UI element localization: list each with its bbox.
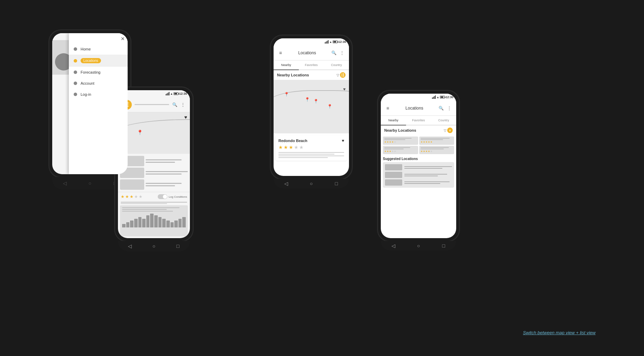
map-icon [341, 73, 344, 77]
suggested-thumb [385, 179, 402, 186]
more-icon[interactable]: ⋮ [180, 102, 186, 107]
card-heart-icon[interactable]: ♥ [342, 138, 344, 143]
phone4-suggested-section: Suggested Locations [381, 156, 456, 189]
s5: ★ [430, 150, 432, 153]
content-line [278, 152, 344, 153]
bar-chart [122, 214, 186, 227]
s4: ★ [392, 141, 394, 143]
phone2-cards-list [118, 154, 190, 192]
suggested-lines [404, 166, 452, 169]
drawer-item-home[interactable]: Home [69, 44, 128, 55]
phone4-status-bar: ▲ 12:30 [381, 94, 456, 101]
hamburger-icon[interactable]: ≡ [278, 50, 283, 56]
card-line [146, 183, 182, 184]
battery-icon [333, 40, 338, 43]
toggle-area: Log Conditions [158, 194, 187, 199]
more-icon[interactable]: ⋮ [339, 50, 345, 56]
search-icon[interactable]: 🔍 [438, 105, 444, 111]
s4: ★ [428, 150, 430, 153]
card-row-1 [120, 156, 188, 166]
tab-nearby[interactable]: Nearby [381, 116, 406, 125]
card-row-3 [120, 179, 188, 190]
list-item-1[interactable]: ★ ★ ★ ★ ★ [383, 137, 418, 145]
log-toggle[interactable] [158, 194, 167, 199]
star-2: ★ [125, 194, 129, 199]
drawer-item-account[interactable]: Account [69, 78, 128, 89]
drawer-item-locations[interactable]: Locations [69, 55, 128, 67]
wifi-icon: ▲ [170, 92, 173, 95]
card-content [278, 152, 344, 158]
star-5: ★ [299, 144, 304, 150]
more-icon[interactable]: ⋮ [447, 105, 452, 111]
rating-stars: ★ ★ ★ ★ ★ [121, 194, 142, 199]
phone3-location-card[interactable]: Redondo Beach ♥ ★ ★ ★ ★ ★ [276, 135, 347, 161]
map-pin: 📍 [137, 130, 143, 135]
filter-badge[interactable]: ▽ 8 [444, 128, 453, 133]
svg-rect-0 [341, 74, 344, 76]
s2: ★ [387, 141, 389, 143]
nav-home-icon[interactable]: ○ [415, 243, 422, 249]
phone4-app-bar: ≡ Locations 🔍 ⋮ [381, 101, 456, 116]
suggested-card [383, 162, 454, 188]
drawer-label-account: Account [81, 81, 94, 85]
bar [138, 217, 142, 227]
nav-home-icon[interactable]: ○ [308, 180, 314, 187]
nav-recent-icon[interactable]: □ [441, 243, 447, 249]
suggested-row-1 [385, 164, 452, 170]
phone3-time: 12:30 [338, 40, 346, 44]
tab-favorites[interactable]: Favorites [299, 60, 324, 69]
suggested-thumb [385, 172, 402, 178]
nav-recent-icon[interactable]: □ [175, 243, 181, 249]
content-line [278, 157, 328, 158]
nav-back-icon[interactable]: ◁ [62, 180, 68, 186]
filter-badge[interactable]: ▽ [337, 72, 346, 78]
star-1: ★ [121, 194, 125, 199]
phone3-section-header: Nearby Locations ▽ [274, 70, 349, 80]
s1: ★ [421, 150, 423, 153]
bar [162, 219, 166, 227]
rating-line [121, 202, 187, 203]
annotation-label: Switch between map view + list view [523, 330, 596, 335]
bar [158, 217, 162, 227]
nav-back-icon[interactable]: ◁ [390, 243, 396, 249]
suggested-row-3 [385, 179, 452, 186]
list-item-4[interactable]: ★ ★ ★ ★ ★ [419, 146, 454, 154]
annotation-text: Switch between map view + list view [523, 330, 596, 335]
drawer-overlay[interactable]: ✕ Home Locations Forecasting [69, 33, 128, 174]
s2: ★ [423, 141, 425, 143]
tab-country[interactable]: Country [324, 60, 349, 69]
signal-icon [432, 95, 436, 99]
suggested-line [404, 183, 440, 184]
list-item-3[interactable]: ★ ★ ★ ★ ★ [383, 146, 418, 154]
bar [178, 219, 182, 227]
nav-recent-icon[interactable]: □ [333, 180, 340, 187]
phone2-app-bar: 🔍 ⋮ [118, 97, 190, 112]
nav-home-icon[interactable]: ○ [151, 243, 157, 249]
battery-icon [440, 96, 445, 99]
map-pin-3: 📍 [313, 99, 319, 104]
search-icon[interactable]: 🔍 [172, 102, 177, 107]
nav-back-icon[interactable]: ◁ [283, 180, 289, 187]
nav-back-icon[interactable]: ◁ [127, 243, 133, 249]
nav-home-icon[interactable]: ○ [87, 180, 93, 186]
filter-count: 8 [449, 129, 451, 132]
tab-favorites[interactable]: Favorites [406, 116, 431, 125]
chart-line [122, 209, 167, 210]
list-item-2[interactable]: ★ ★ ★ ★ ★ [419, 137, 454, 145]
favorite-icon[interactable]: ♥ [184, 114, 187, 120]
drawer-item-login[interactable]: Log-in [69, 89, 128, 100]
drawer-label-login: Log-in [81, 92, 91, 96]
tab-nearby[interactable]: Nearby [274, 60, 299, 70]
card-line [146, 185, 175, 186]
star-2: ★ [284, 144, 288, 150]
tab-country[interactable]: Country [431, 116, 456, 125]
search-icon[interactable]: 🔍 [331, 50, 337, 56]
s3: ★ [389, 150, 391, 153]
rating-lines [118, 201, 190, 205]
close-icon[interactable]: ✕ [121, 36, 125, 41]
chart-text-lines [122, 207, 186, 212]
suggested-lines [404, 181, 452, 184]
hamburger-icon[interactable]: ≡ [385, 105, 390, 111]
bar [130, 221, 134, 227]
drawer-item-forecasting[interactable]: Forecasting [69, 67, 128, 78]
